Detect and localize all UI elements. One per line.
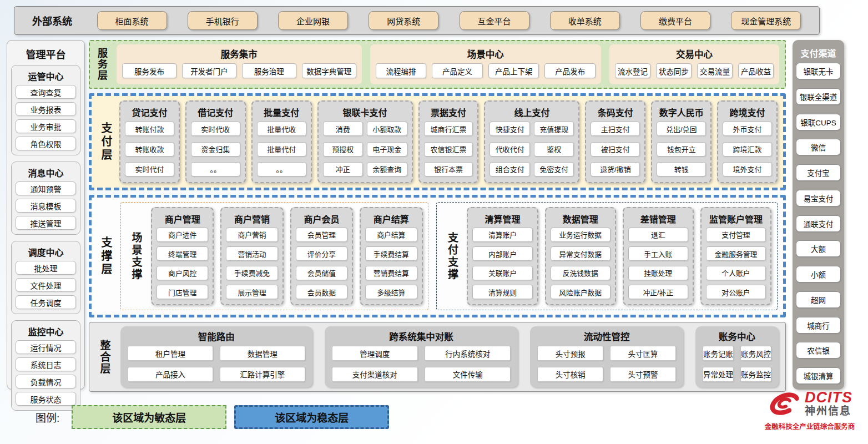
service-item-button[interactable]: 服务发布: [122, 63, 176, 78]
payment-item-button[interactable]: 跨境汇款: [723, 142, 772, 157]
management-item-button[interactable]: 通知预警: [16, 181, 76, 195]
external-system-button[interactable]: 柜面系统: [97, 11, 167, 30]
support-item-button[interactable]: 手续费结算: [365, 246, 417, 261]
payment-item-button[interactable]: 兑出/兑回: [657, 122, 706, 136]
payment-channel-button[interactable]: 城银清算: [796, 367, 841, 384]
payment-channel-button[interactable]: 银联全渠道: [796, 88, 841, 105]
integration-item-button[interactable]: 支付渠道核对: [332, 367, 418, 382]
management-item-button[interactable]: 运行情况: [16, 340, 76, 354]
service-item-button[interactable]: 产品收益: [738, 63, 774, 78]
external-system-button[interactable]: 网贷系统: [369, 11, 438, 30]
external-system-button[interactable]: 手机银行: [188, 11, 258, 30]
integration-item-button[interactable]: 账务监控: [740, 367, 771, 382]
integration-item-button[interactable]: 异常处理: [703, 367, 734, 382]
payment-item-button[interactable]: 实时代付: [125, 162, 174, 176]
integration-item-button[interactable]: 行内系统核对: [425, 346, 511, 361]
management-item-button[interactable]: 任务调度: [16, 295, 76, 309]
support-item-button[interactable]: 商户营销: [226, 228, 277, 242]
payment-channel-button[interactable]: 超网: [796, 291, 841, 308]
payment-item-button[interactable]: 主扫支付: [591, 122, 640, 136]
support-item-button[interactable]: 会员管理: [296, 228, 347, 242]
support-item-button[interactable]: 内部账户: [472, 246, 532, 261]
payment-item-button[interactable]: 代收代付: [489, 142, 529, 157]
service-item-button[interactable]: 流程编排: [376, 63, 427, 78]
support-item-button[interactable]: 手续费减免: [226, 266, 277, 280]
management-item-button[interactable]: 角色权限: [16, 137, 76, 150]
payment-item-button[interactable]: 外币支付: [723, 122, 772, 136]
support-item-button[interactable]: 商户风控: [157, 266, 208, 280]
service-item-button[interactable]: 服务治理: [242, 63, 296, 78]
support-item-button[interactable]: 挂账处理: [628, 266, 688, 280]
payment-item-button[interactable]: 批量代付: [257, 142, 306, 157]
payment-item-button[interactable]: 免密支付: [534, 162, 574, 176]
support-item-button[interactable]: 退汇: [628, 228, 688, 242]
payment-item-button[interactable]: 预授权: [323, 142, 363, 157]
external-system-button[interactable]: 企业网银: [278, 11, 348, 30]
payment-item-button[interactable]: 被扫支付: [591, 142, 640, 157]
payment-item-button[interactable]: 批量代收: [257, 122, 306, 136]
support-item-button[interactable]: 营销费结算: [365, 266, 417, 280]
external-system-button[interactable]: 收单系统: [550, 11, 620, 30]
management-item-button[interactable]: 查询查复: [16, 85, 76, 99]
support-item-button[interactable]: 商户进件: [157, 228, 208, 242]
payment-channel-button[interactable]: 微信: [796, 139, 841, 155]
support-item-button[interactable]: 对公账户: [706, 285, 766, 299]
integration-item-button[interactable]: 头寸核销: [537, 367, 603, 382]
integration-item-button[interactable]: 头寸预报: [537, 346, 603, 361]
support-item-button[interactable]: 金融服务管理: [706, 246, 766, 261]
payment-item-button[interactable]: 境外支付: [723, 162, 772, 176]
external-system-button[interactable]: 互金平台: [460, 11, 529, 30]
payment-channel-button[interactable]: 城商行: [796, 317, 841, 334]
support-item-button[interactable]: 评价分享: [296, 246, 347, 261]
integration-item-button[interactable]: 数据管理: [220, 346, 305, 361]
support-item-button[interactable]: 终端管理: [157, 246, 208, 261]
management-item-button[interactable]: 文件处理: [16, 278, 76, 292]
integration-item-button[interactable]: 汇路计算引擎: [220, 367, 305, 382]
integration-item-button[interactable]: 账务记账: [703, 346, 734, 361]
payment-item-button[interactable]: 转账付款: [125, 122, 174, 136]
management-item-button[interactable]: 负载情况: [16, 375, 76, 389]
support-item-button[interactable]: 门店管理: [157, 285, 208, 299]
support-item-button[interactable]: 手工入账: [628, 246, 688, 261]
service-item-button[interactable]: 数据字典管理: [302, 63, 356, 78]
service-item-button[interactable]: 流水登记: [615, 63, 650, 78]
payment-channel-button[interactable]: 大额: [796, 240, 841, 257]
integration-item-button[interactable]: 文件传输: [425, 367, 511, 382]
integration-item-button[interactable]: 产品接入: [128, 367, 213, 382]
management-item-button[interactable]: 推送管理: [16, 216, 76, 230]
integration-item-button[interactable]: 账务风控: [740, 346, 771, 361]
payment-item-button[interactable]: 小额取款: [367, 122, 407, 136]
integration-item-button[interactable]: 头寸匡算: [610, 346, 676, 361]
payment-channel-button[interactable]: 银联CUPS: [796, 114, 841, 130]
management-item-button[interactable]: 业务报表: [16, 102, 76, 116]
payment-channel-button[interactable]: 支付宝: [796, 164, 841, 181]
service-item-button[interactable]: 交易流量: [697, 63, 733, 78]
payment-item-button[interactable]: 钱包开立: [657, 142, 706, 157]
payment-channel-button[interactable]: 农信银: [796, 342, 841, 359]
payment-item-button[interactable]: 冲正: [323, 162, 363, 176]
support-item-button[interactable]: 个人账户: [706, 266, 766, 280]
integration-item-button[interactable]: 管理调度: [332, 346, 418, 361]
payment-item-button[interactable]: 余额查询: [367, 162, 407, 176]
external-system-button[interactable]: 缴费平台: [640, 11, 710, 30]
support-item-button[interactable]: 展示管理: [226, 285, 277, 299]
payment-item-button[interactable]: 。。: [191, 162, 240, 176]
payment-item-button[interactable]: 鉴权: [534, 142, 574, 157]
payment-item-button[interactable]: 转钱: [657, 162, 706, 176]
support-item-button[interactable]: 清算账户: [472, 228, 532, 242]
support-item-button[interactable]: 商户结算: [365, 228, 417, 242]
payment-item-button[interactable]: 组合支付: [489, 162, 529, 176]
support-item-button[interactable]: 关联账户: [472, 266, 532, 280]
payment-channel-button[interactable]: 小额: [796, 266, 841, 282]
service-item-button[interactable]: 产品定义: [432, 63, 483, 78]
integration-item-button[interactable]: 租户管理: [128, 346, 213, 361]
payment-item-button[interactable]: 实时代收: [191, 122, 240, 136]
payment-channel-button[interactable]: 通联支付: [796, 215, 841, 232]
support-item-button[interactable]: 异常支付数据: [551, 246, 610, 261]
payment-channel-button[interactable]: 易宝支付: [796, 190, 841, 206]
payment-item-button[interactable]: 消费: [323, 122, 363, 136]
support-item-button[interactable]: 反洗钱数据: [551, 266, 610, 280]
payment-item-button[interactable]: 。。: [257, 162, 306, 176]
support-item-button[interactable]: 清算规则: [472, 285, 532, 299]
payment-item-button[interactable]: 银行本票: [424, 162, 473, 176]
